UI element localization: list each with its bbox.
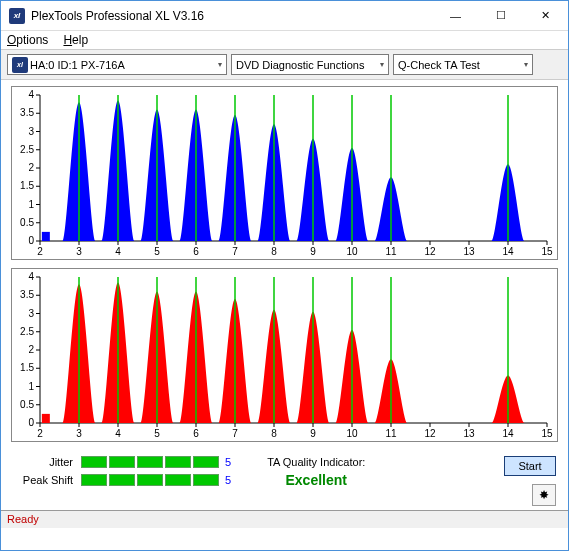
meter-bar bbox=[109, 474, 135, 486]
svg-text:12: 12 bbox=[424, 428, 436, 439]
peak-shift-value: 5 bbox=[225, 474, 231, 486]
svg-text:9: 9 bbox=[310, 246, 316, 257]
bottom-panel: Jitter 5 Peak Shift 5 TA Quality Indicat… bbox=[1, 450, 568, 510]
test-select[interactable]: Q-Check TA Test ▾ bbox=[393, 54, 533, 75]
svg-text:10: 10 bbox=[346, 246, 358, 257]
svg-text:6: 6 bbox=[193, 246, 199, 257]
svg-text:2: 2 bbox=[28, 344, 34, 355]
titlebar: xl PlexTools Professional XL V3.16 ― ☐ ✕ bbox=[1, 1, 568, 31]
meter-jitter: Jitter 5 bbox=[13, 456, 231, 468]
svg-text:3: 3 bbox=[76, 428, 82, 439]
svg-text:2: 2 bbox=[37, 428, 43, 439]
menu-help[interactable]: Help bbox=[63, 33, 88, 47]
svg-text:10: 10 bbox=[346, 428, 358, 439]
maximize-button[interactable]: ☐ bbox=[478, 1, 523, 30]
svg-text:2: 2 bbox=[28, 162, 34, 173]
svg-text:3: 3 bbox=[28, 126, 34, 137]
svg-text:14: 14 bbox=[502, 428, 514, 439]
window-title: PlexTools Professional XL V3.16 bbox=[31, 9, 433, 23]
svg-text:15: 15 bbox=[541, 428, 553, 439]
svg-text:4: 4 bbox=[28, 271, 34, 282]
options-icon-button[interactable]: ✸ bbox=[532, 484, 556, 506]
svg-text:3.5: 3.5 bbox=[20, 107, 34, 118]
svg-text:6: 6 bbox=[193, 428, 199, 439]
svg-text:4: 4 bbox=[115, 428, 121, 439]
drive-select[interactable]: xl HA:0 ID:1 PX-716A ▾ bbox=[7, 54, 227, 75]
menubar: Options Help bbox=[1, 31, 568, 50]
svg-text:1.5: 1.5 bbox=[20, 362, 34, 373]
quality-indicator: TA Quality Indicator: Excellent bbox=[267, 456, 365, 488]
drive-select-value: HA:0 ID:1 PX-716A bbox=[30, 59, 125, 71]
svg-text:0: 0 bbox=[28, 417, 34, 428]
quality-value: Excellent bbox=[267, 472, 365, 488]
peak-shift-bars bbox=[81, 474, 219, 486]
svg-text:0.5: 0.5 bbox=[20, 217, 34, 228]
meters: Jitter 5 Peak Shift 5 bbox=[13, 456, 231, 486]
svg-text:4: 4 bbox=[28, 89, 34, 100]
meter-bar bbox=[165, 456, 191, 468]
meter-bar bbox=[109, 456, 135, 468]
meter-bar bbox=[81, 474, 107, 486]
jitter-value: 5 bbox=[225, 456, 231, 468]
svg-text:15: 15 bbox=[541, 246, 553, 257]
svg-text:8: 8 bbox=[271, 246, 277, 257]
chevron-down-icon: ▾ bbox=[212, 60, 222, 69]
jitter-bars bbox=[81, 456, 219, 468]
meter-bar bbox=[165, 474, 191, 486]
app-icon: xl bbox=[9, 8, 25, 24]
svg-text:1.5: 1.5 bbox=[20, 180, 34, 191]
svg-text:7: 7 bbox=[232, 246, 238, 257]
close-button[interactable]: ✕ bbox=[523, 1, 568, 30]
svg-text:0.5: 0.5 bbox=[20, 399, 34, 410]
svg-text:1: 1 bbox=[28, 199, 34, 210]
app-icon-small: xl bbox=[12, 57, 28, 73]
chart-area: 00.511.522.533.5423456789101112131415 00… bbox=[1, 80, 568, 442]
meter-bar bbox=[137, 474, 163, 486]
svg-text:5: 5 bbox=[154, 246, 160, 257]
svg-text:1: 1 bbox=[28, 381, 34, 392]
svg-text:12: 12 bbox=[424, 246, 436, 257]
svg-text:2.5: 2.5 bbox=[20, 144, 34, 155]
toolbar: xl HA:0 ID:1 PX-716A ▾ DVD Diagnostic Fu… bbox=[1, 50, 568, 80]
svg-text:2.5: 2.5 bbox=[20, 326, 34, 337]
chevron-down-icon: ▾ bbox=[518, 60, 528, 69]
svg-text:0: 0 bbox=[28, 235, 34, 246]
quality-label: TA Quality Indicator: bbox=[267, 456, 365, 468]
svg-text:3.5: 3.5 bbox=[20, 289, 34, 300]
function-select-value: DVD Diagnostic Functions bbox=[236, 59, 364, 71]
svg-text:4: 4 bbox=[115, 246, 121, 257]
svg-text:13: 13 bbox=[463, 428, 475, 439]
menu-options[interactable]: Options bbox=[7, 33, 48, 47]
svg-text:11: 11 bbox=[385, 246, 397, 257]
meter-bar bbox=[193, 474, 219, 486]
svg-text:3: 3 bbox=[76, 246, 82, 257]
svg-text:2: 2 bbox=[37, 246, 43, 257]
svg-text:14: 14 bbox=[502, 246, 514, 257]
start-button[interactable]: Start bbox=[504, 456, 556, 476]
svg-text:8: 8 bbox=[271, 428, 277, 439]
statusbar: Ready bbox=[1, 510, 568, 528]
chart-top: 00.511.522.533.5423456789101112131415 bbox=[11, 86, 558, 260]
gear-icon: ✸ bbox=[539, 488, 549, 502]
meter-bar bbox=[137, 456, 163, 468]
meter-peak-shift: Peak Shift 5 bbox=[13, 474, 231, 486]
meter-bar bbox=[193, 456, 219, 468]
status-text: Ready bbox=[7, 513, 39, 525]
function-select[interactable]: DVD Diagnostic Functions ▾ bbox=[231, 54, 389, 75]
test-select-value: Q-Check TA Test bbox=[398, 59, 480, 71]
svg-text:9: 9 bbox=[310, 428, 316, 439]
jitter-label: Jitter bbox=[13, 456, 81, 468]
svg-text:5: 5 bbox=[154, 428, 160, 439]
minimize-button[interactable]: ― bbox=[433, 1, 478, 30]
meter-bar bbox=[81, 456, 107, 468]
svg-text:3: 3 bbox=[28, 308, 34, 319]
chevron-down-icon: ▾ bbox=[374, 60, 384, 69]
peak-shift-label: Peak Shift bbox=[13, 474, 81, 486]
chart-bottom: 00.511.522.533.5423456789101112131415 bbox=[11, 268, 558, 442]
svg-text:11: 11 bbox=[385, 428, 397, 439]
svg-text:7: 7 bbox=[232, 428, 238, 439]
svg-text:13: 13 bbox=[463, 246, 475, 257]
